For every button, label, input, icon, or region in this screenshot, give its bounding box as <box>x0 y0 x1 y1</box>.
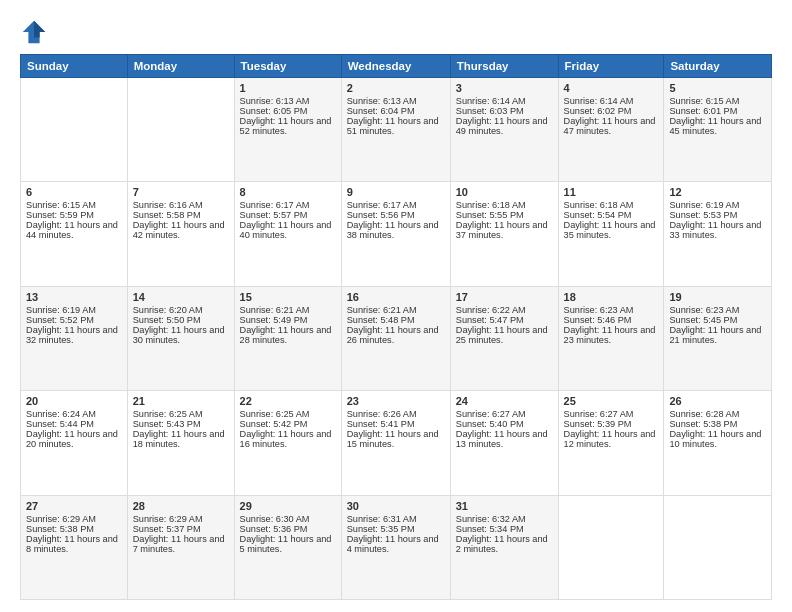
calendar-cell: 29Sunrise: 6:30 AMSunset: 5:36 PMDayligh… <box>234 495 341 599</box>
calendar-cell: 1Sunrise: 6:13 AMSunset: 6:05 PMDaylight… <box>234 78 341 182</box>
sunset-text: Sunset: 5:38 PM <box>26 524 94 534</box>
calendar-cell: 15Sunrise: 6:21 AMSunset: 5:49 PMDayligh… <box>234 286 341 390</box>
daylight-text: Daylight: 11 hours and 13 minutes. <box>456 429 548 449</box>
sunset-text: Sunset: 5:34 PM <box>456 524 524 534</box>
day-number: 29 <box>240 500 336 512</box>
daylight-text: Daylight: 11 hours and 21 minutes. <box>669 325 761 345</box>
daylight-text: Daylight: 11 hours and 23 minutes. <box>564 325 656 345</box>
calendar-cell: 2Sunrise: 6:13 AMSunset: 6:04 PMDaylight… <box>341 78 450 182</box>
daylight-text: Daylight: 11 hours and 20 minutes. <box>26 429 118 449</box>
day-number: 23 <box>347 395 445 407</box>
sunset-text: Sunset: 5:39 PM <box>564 419 632 429</box>
page: SundayMondayTuesdayWednesdayThursdayFrid… <box>0 0 792 612</box>
logo-icon <box>20 18 48 46</box>
day-number: 8 <box>240 186 336 198</box>
calendar-cell: 25Sunrise: 6:27 AMSunset: 5:39 PMDayligh… <box>558 391 664 495</box>
day-number: 17 <box>456 291 553 303</box>
day-number: 6 <box>26 186 122 198</box>
day-number: 16 <box>347 291 445 303</box>
sunset-text: Sunset: 6:05 PM <box>240 106 308 116</box>
weekday-header: Tuesday <box>234 55 341 78</box>
calendar-cell: 8Sunrise: 6:17 AMSunset: 5:57 PMDaylight… <box>234 182 341 286</box>
day-number: 18 <box>564 291 659 303</box>
sunset-text: Sunset: 5:59 PM <box>26 210 94 220</box>
calendar-week-row: 1Sunrise: 6:13 AMSunset: 6:05 PMDaylight… <box>21 78 772 182</box>
sunset-text: Sunset: 5:50 PM <box>133 315 201 325</box>
sunset-text: Sunset: 6:02 PM <box>564 106 632 116</box>
calendar-body: 1Sunrise: 6:13 AMSunset: 6:05 PMDaylight… <box>21 78 772 600</box>
sunset-text: Sunset: 5:42 PM <box>240 419 308 429</box>
calendar-cell: 9Sunrise: 6:17 AMSunset: 5:56 PMDaylight… <box>341 182 450 286</box>
calendar-cell: 7Sunrise: 6:16 AMSunset: 5:58 PMDaylight… <box>127 182 234 286</box>
daylight-text: Daylight: 11 hours and 12 minutes. <box>564 429 656 449</box>
daylight-text: Daylight: 11 hours and 47 minutes. <box>564 116 656 136</box>
sunrise-text: Sunrise: 6:23 AM <box>669 305 739 315</box>
daylight-text: Daylight: 11 hours and 5 minutes. <box>240 534 332 554</box>
sunset-text: Sunset: 5:52 PM <box>26 315 94 325</box>
sunrise-text: Sunrise: 6:18 AM <box>456 200 526 210</box>
daylight-text: Daylight: 11 hours and 2 minutes. <box>456 534 548 554</box>
daylight-text: Daylight: 11 hours and 7 minutes. <box>133 534 225 554</box>
calendar-header: SundayMondayTuesdayWednesdayThursdayFrid… <box>21 55 772 78</box>
day-number: 1 <box>240 82 336 94</box>
sunrise-text: Sunrise: 6:18 AM <box>564 200 634 210</box>
calendar-cell <box>664 495 772 599</box>
sunset-text: Sunset: 5:45 PM <box>669 315 737 325</box>
sunrise-text: Sunrise: 6:29 AM <box>133 514 203 524</box>
sunrise-text: Sunrise: 6:19 AM <box>26 305 96 315</box>
weekday-header: Sunday <box>21 55 128 78</box>
daylight-text: Daylight: 11 hours and 49 minutes. <box>456 116 548 136</box>
sunset-text: Sunset: 5:43 PM <box>133 419 201 429</box>
sunrise-text: Sunrise: 6:32 AM <box>456 514 526 524</box>
sunset-text: Sunset: 6:03 PM <box>456 106 524 116</box>
daylight-text: Daylight: 11 hours and 38 minutes. <box>347 220 439 240</box>
sunset-text: Sunset: 5:37 PM <box>133 524 201 534</box>
sunrise-text: Sunrise: 6:13 AM <box>347 96 417 106</box>
calendar-cell: 28Sunrise: 6:29 AMSunset: 5:37 PMDayligh… <box>127 495 234 599</box>
calendar-cell: 30Sunrise: 6:31 AMSunset: 5:35 PMDayligh… <box>341 495 450 599</box>
sunset-text: Sunset: 6:04 PM <box>347 106 415 116</box>
calendar-week-row: 20Sunrise: 6:24 AMSunset: 5:44 PMDayligh… <box>21 391 772 495</box>
day-number: 11 <box>564 186 659 198</box>
day-number: 27 <box>26 500 122 512</box>
daylight-text: Daylight: 11 hours and 44 minutes. <box>26 220 118 240</box>
sunrise-text: Sunrise: 6:16 AM <box>133 200 203 210</box>
sunrise-text: Sunrise: 6:28 AM <box>669 409 739 419</box>
day-number: 31 <box>456 500 553 512</box>
sunset-text: Sunset: 5:44 PM <box>26 419 94 429</box>
calendar-cell: 12Sunrise: 6:19 AMSunset: 5:53 PMDayligh… <box>664 182 772 286</box>
sunrise-text: Sunrise: 6:15 AM <box>669 96 739 106</box>
sunset-text: Sunset: 5:57 PM <box>240 210 308 220</box>
header <box>20 18 772 46</box>
calendar-cell: 19Sunrise: 6:23 AMSunset: 5:45 PMDayligh… <box>664 286 772 390</box>
day-number: 4 <box>564 82 659 94</box>
weekday-header: Saturday <box>664 55 772 78</box>
daylight-text: Daylight: 11 hours and 30 minutes. <box>133 325 225 345</box>
day-number: 9 <box>347 186 445 198</box>
sunrise-text: Sunrise: 6:27 AM <box>456 409 526 419</box>
day-number: 14 <box>133 291 229 303</box>
daylight-text: Daylight: 11 hours and 37 minutes. <box>456 220 548 240</box>
day-number: 10 <box>456 186 553 198</box>
daylight-text: Daylight: 11 hours and 42 minutes. <box>133 220 225 240</box>
calendar-cell: 31Sunrise: 6:32 AMSunset: 5:34 PMDayligh… <box>450 495 558 599</box>
calendar-week-row: 27Sunrise: 6:29 AMSunset: 5:38 PMDayligh… <box>21 495 772 599</box>
sunset-text: Sunset: 5:35 PM <box>347 524 415 534</box>
daylight-text: Daylight: 11 hours and 32 minutes. <box>26 325 118 345</box>
sunset-text: Sunset: 5:55 PM <box>456 210 524 220</box>
calendar-cell: 22Sunrise: 6:25 AMSunset: 5:42 PMDayligh… <box>234 391 341 495</box>
sunrise-text: Sunrise: 6:31 AM <box>347 514 417 524</box>
calendar-cell: 4Sunrise: 6:14 AMSunset: 6:02 PMDaylight… <box>558 78 664 182</box>
daylight-text: Daylight: 11 hours and 25 minutes. <box>456 325 548 345</box>
daylight-text: Daylight: 11 hours and 4 minutes. <box>347 534 439 554</box>
daylight-text: Daylight: 11 hours and 52 minutes. <box>240 116 332 136</box>
calendar-cell: 17Sunrise: 6:22 AMSunset: 5:47 PMDayligh… <box>450 286 558 390</box>
calendar-table: SundayMondayTuesdayWednesdayThursdayFrid… <box>20 54 772 600</box>
sunrise-text: Sunrise: 6:22 AM <box>456 305 526 315</box>
calendar-cell: 5Sunrise: 6:15 AMSunset: 6:01 PMDaylight… <box>664 78 772 182</box>
sunset-text: Sunset: 5:47 PM <box>456 315 524 325</box>
sunrise-text: Sunrise: 6:25 AM <box>133 409 203 419</box>
calendar-cell: 14Sunrise: 6:20 AMSunset: 5:50 PMDayligh… <box>127 286 234 390</box>
calendar-week-row: 6Sunrise: 6:15 AMSunset: 5:59 PMDaylight… <box>21 182 772 286</box>
day-number: 30 <box>347 500 445 512</box>
